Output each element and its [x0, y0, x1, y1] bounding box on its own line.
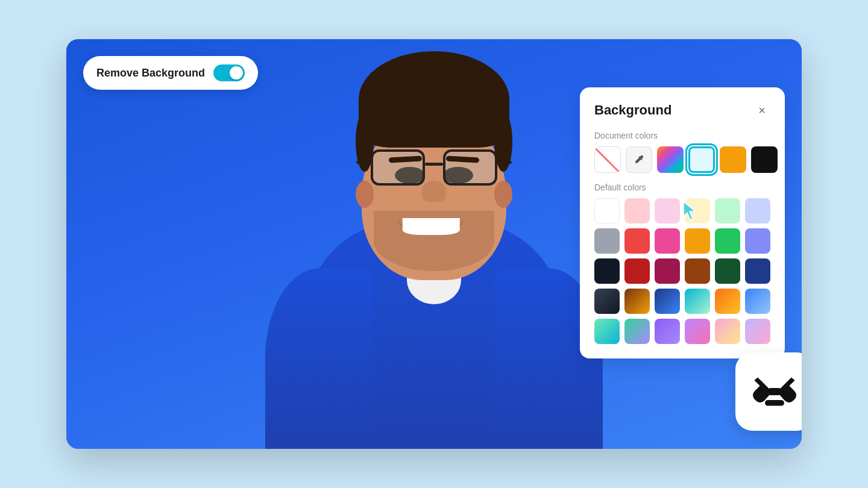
color-swatch-grad-blue-light[interactable] [745, 289, 770, 314]
swatch-yellow[interactable] [720, 146, 746, 173]
toggle-switch[interactable] [213, 64, 245, 81]
close-button[interactable]: × [753, 102, 770, 119]
color-swatch-grad-blue[interactable] [655, 289, 680, 314]
color-swatch-green-900[interactable] [715, 258, 740, 284]
color-swatch-indigo-400[interactable] [745, 228, 770, 254]
color-swatch-red-500[interactable] [624, 228, 650, 254]
color-swatch-blue-900[interactable] [745, 258, 770, 284]
default-colors-grid [594, 198, 770, 344]
panel-title: Background [594, 102, 671, 118]
toggle-label: Remove Background [96, 67, 205, 80]
color-swatch-grad-lavender[interactable] [745, 319, 770, 344]
default-colors-label: Default colors [594, 183, 770, 192]
svg-rect-1 [769, 388, 780, 395]
color-swatch-red-700[interactable] [624, 258, 650, 284]
color-swatch-grad-purple[interactable] [655, 319, 680, 344]
document-colors-label: Document colors [594, 131, 770, 140]
color-swatch-grad-orange[interactable] [715, 289, 740, 314]
swatch-cyan-selected[interactable] [688, 146, 715, 173]
capcut-logo [735, 352, 802, 431]
panel-header: Background × [594, 102, 770, 119]
color-swatch-green-100[interactable] [715, 198, 740, 224]
color-swatch-grad-amber[interactable] [624, 289, 650, 314]
swatch-black[interactable] [751, 146, 778, 173]
color-swatch-pink-200[interactable] [655, 198, 680, 224]
color-swatch-grad-cyan-green[interactable] [685, 289, 710, 314]
color-swatch-grad-pink-yellow[interactable] [715, 319, 740, 344]
color-swatch-grad-teal-purple[interactable] [624, 319, 650, 344]
color-swatch-grad-mint[interactable] [594, 319, 620, 344]
color-swatch-indigo-100[interactable] [745, 198, 770, 224]
color-swatch-pink-100[interactable] [624, 198, 650, 224]
color-swatch-grad-pink-purple[interactable] [685, 319, 710, 344]
color-swatch-amber-500[interactable] [685, 228, 710, 254]
color-swatch-pink-500[interactable] [655, 228, 680, 254]
svg-rect-2 [765, 400, 784, 406]
color-swatch-gray-400[interactable] [594, 228, 620, 254]
color-swatch-yellow-100[interactable] [685, 198, 710, 224]
background-panel: Background × Document colors Defau [580, 87, 785, 358]
toggle-knob [230, 66, 243, 80]
remove-bg-toggle: Remove Background [83, 56, 258, 90]
main-container: Remove Background Background × Document … [66, 39, 802, 449]
swatch-transparent[interactable] [594, 146, 621, 173]
swatch-gradient-spectrum[interactable] [657, 146, 684, 173]
color-swatch-pink-700[interactable] [655, 258, 680, 284]
color-swatch-green-500[interactable] [715, 228, 740, 254]
document-colors-row [594, 146, 770, 173]
color-swatch-white[interactable] [594, 198, 620, 224]
color-swatch-amber-800[interactable] [685, 258, 710, 284]
color-swatch-gray-900[interactable] [594, 258, 620, 284]
color-swatch-grad-dark1[interactable] [594, 289, 620, 314]
swatch-eyedropper[interactable] [626, 146, 652, 173]
